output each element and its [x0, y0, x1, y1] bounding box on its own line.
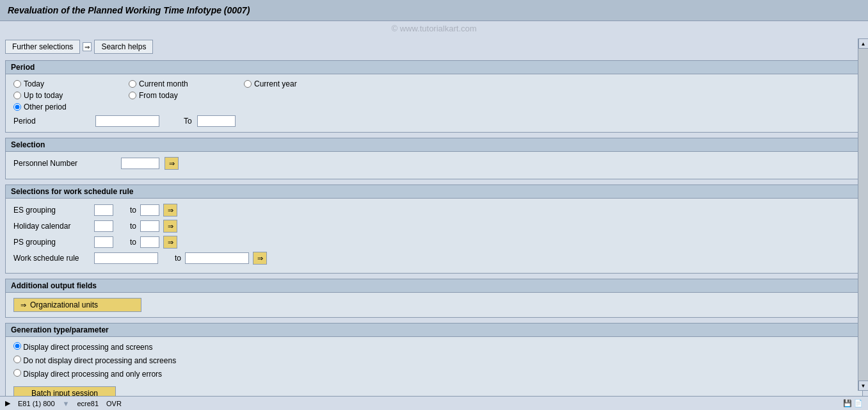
radio-up-to-today-label[interactable]: Up to today	[13, 91, 116, 100]
period-to-label: To	[184, 117, 192, 126]
personnel-number-label: Personnel Number	[13, 159, 116, 168]
radio-display-errors[interactable]	[13, 369, 21, 377]
ps-grouping-row: PS grouping to ⇒	[13, 236, 855, 249]
holiday-calendar-to[interactable]	[140, 220, 159, 232]
scrollbar[interactable]: ▲ ▼	[858, 38, 868, 391]
period-date-row: Period To	[13, 115, 855, 127]
holiday-to-label: to	[117, 222, 136, 231]
radio-current-month-label[interactable]: Current month	[129, 79, 231, 88]
org-units-button[interactable]: ⇒ Organizational units	[13, 298, 141, 312]
personnel-number-select-btn[interactable]: ⇒	[165, 157, 179, 170]
further-selections-button[interactable]: Further selections	[5, 40, 80, 54]
scroll-down-arrow[interactable]: ▼	[858, 381, 869, 391]
generation-type-section: Generation type/parameter Display direct…	[5, 323, 863, 406]
work-schedule-rule-row: Work schedule rule to ⇒	[13, 252, 855, 265]
period-radio-row-1: Today Current month Current year	[13, 79, 855, 88]
es-grouping-from[interactable]	[94, 204, 113, 216]
radio-today-label[interactable]: Today	[13, 79, 116, 88]
generation-type-header: Generation type/parameter	[6, 324, 862, 337]
wsr-to-label: to	[162, 254, 181, 263]
es-grouping-to[interactable]	[140, 204, 159, 216]
additional-output-body: ⇒ Organizational units	[6, 293, 862, 317]
status-arrow-icon: ▶	[5, 399, 10, 407]
work-schedule-section-body: ES grouping to ⇒ Holiday calendar to ⇒ P…	[6, 199, 862, 273]
radio-other-period[interactable]	[13, 103, 21, 111]
status-bar: ▶ E81 (1) 800 ▼ ecre81 OVR 💾 📄	[0, 396, 868, 410]
status-mode: OVR	[106, 400, 122, 407]
radio-today[interactable]	[13, 80, 21, 88]
ps-grouping-from[interactable]	[94, 236, 113, 248]
watermark: © www.tutorialkart.com	[0, 21, 868, 36]
ps-grouping-to[interactable]	[140, 236, 159, 248]
ps-grouping-select-btn[interactable]: ⇒	[163, 236, 177, 249]
title-bar: Revaluation of the Planned Working Time …	[0, 0, 868, 21]
holiday-calendar-select-btn[interactable]: ⇒	[163, 220, 177, 233]
es-grouping-row: ES grouping to ⇒	[13, 204, 855, 217]
period-radio-row-2: Up to today From today	[13, 91, 855, 100]
work-schedule-rule-to[interactable]	[185, 252, 249, 264]
scroll-up-arrow[interactable]: ▲	[858, 38, 869, 49]
es-grouping-label: ES grouping	[13, 206, 90, 215]
status-user: ecre81	[77, 400, 99, 407]
holiday-calendar-label: Holiday calendar	[13, 222, 90, 231]
work-schedule-rule-from[interactable]	[94, 252, 158, 264]
holiday-calendar-from[interactable]	[94, 220, 113, 232]
radio-current-year-label[interactable]: Current year	[244, 79, 346, 88]
page-title: Revaluation of the Planned Working Time …	[8, 5, 250, 15]
additional-output-header: Additional output fields	[6, 279, 862, 293]
selection-section-body: Personnel Number ⇒	[6, 152, 862, 179]
radio-from-today[interactable]	[129, 92, 136, 99]
radio-current-month[interactable]	[129, 80, 136, 88]
es-grouping-select-btn[interactable]: ⇒	[163, 204, 177, 217]
radio-display-errors-label[interactable]: Display direct processing and only error…	[13, 369, 162, 379]
work-schedule-rule-label: Work schedule rule	[13, 254, 90, 263]
period-radio-row-3: Other period	[13, 102, 855, 111]
period-to-input[interactable]	[197, 115, 236, 127]
search-helps-button[interactable]: Search helps	[94, 40, 153, 54]
personnel-number-input[interactable]	[121, 158, 159, 169]
period-section-body: Today Current month Current year Up to t…	[6, 74, 862, 132]
personnel-number-row: Personnel Number ⇒	[13, 157, 855, 170]
period-section-header: Period	[6, 61, 862, 74]
status-icons: 💾 📄	[843, 399, 863, 407]
radio-up-to-today[interactable]	[13, 92, 21, 99]
radio-no-display-label[interactable]: Do not display direct processing and scr…	[13, 356, 176, 365]
es-to-label: to	[117, 206, 136, 215]
selection-section: Selection Personnel Number ⇒	[5, 138, 863, 179]
main-content: Period Today Current month Current year	[0, 58, 868, 410]
holiday-calendar-row: Holiday calendar to ⇒	[13, 220, 855, 233]
ps-grouping-label: PS grouping	[13, 238, 90, 247]
radio-display-direct[interactable]	[13, 342, 21, 350]
radio-no-display[interactable]	[13, 356, 21, 363]
radio-current-year[interactable]	[244, 80, 252, 88]
work-schedule-rule-select-btn[interactable]: ⇒	[253, 252, 267, 265]
additional-output-section: Additional output fields ⇒ Organizationa…	[5, 279, 863, 318]
generation-type-body: Display direct processing and screens Do…	[6, 337, 862, 406]
period-section: Period Today Current month Current year	[5, 60, 863, 133]
toolbar-arrow-icon: ⇒	[83, 42, 92, 51]
period-label: Period	[13, 117, 90, 126]
selection-section-header: Selection	[6, 138, 862, 152]
status-system: E81 (1) 800	[18, 400, 55, 407]
work-schedule-section-header: Selections for work schedule rule	[6, 185, 862, 199]
radio-display-direct-label[interactable]: Display direct processing and screens	[13, 342, 152, 352]
work-schedule-section: Selections for work schedule rule ES gro…	[5, 184, 863, 274]
no-display-row: Do not display direct processing and scr…	[13, 356, 855, 365]
radio-from-today-label[interactable]: From today	[129, 91, 231, 100]
period-from-input[interactable]	[95, 115, 159, 127]
ps-to-label: to	[117, 238, 136, 247]
display-direct-row: Display direct processing and screens	[13, 342, 855, 352]
toolbar: Further selections ⇒ Search helps	[0, 36, 868, 58]
display-errors-row: Display direct processing and only error…	[13, 369, 855, 379]
radio-other-period-label[interactable]: Other period	[13, 102, 116, 111]
